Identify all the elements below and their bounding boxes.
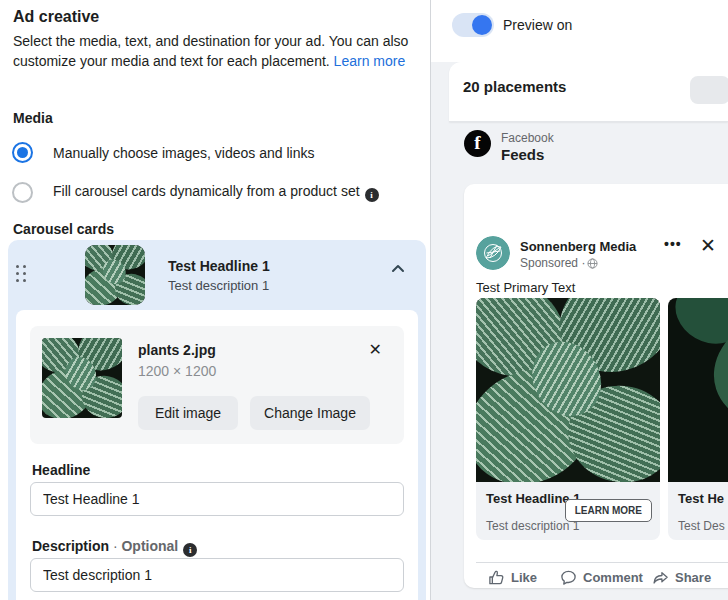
- info-icon[interactable]: i: [183, 543, 197, 557]
- sponsored-label: Sponsored ·: [520, 256, 598, 270]
- description-label: Description · Optionali: [32, 538, 197, 557]
- globe-icon: [587, 258, 598, 269]
- preview-card2-image[interactable]: [668, 298, 728, 482]
- card-subtitle: Test description 1: [168, 278, 269, 293]
- placements-nav-button[interactable]: [690, 76, 728, 104]
- share-icon: [652, 569, 669, 586]
- change-image-button[interactable]: Change Image: [250, 396, 370, 430]
- radio-label: Fill carousel cards dynamically from a p…: [53, 183, 379, 202]
- carousel-card: Test Headline 1 Test description 1 plant…: [8, 240, 426, 600]
- media-option-manual[interactable]: Manually choose images, videos and links: [12, 142, 314, 163]
- preview-card1-description: Test description 1: [486, 519, 579, 533]
- media-dimensions: 1200 × 1200: [138, 363, 216, 379]
- facebook-logo-icon: f: [464, 130, 491, 157]
- share-button[interactable]: Share: [652, 569, 711, 586]
- preview-toggle[interactable]: [452, 13, 494, 37]
- chevron-up-icon[interactable]: [386, 258, 410, 282]
- page-name: Sonnenberg Media: [520, 239, 636, 254]
- share-label: Share: [675, 570, 711, 585]
- card-thumbnail-image: [85, 245, 145, 305]
- card-title: Test Headline 1: [168, 258, 270, 274]
- actions-divider: [476, 562, 728, 563]
- preview-card2-footer: Test He Test Des: [668, 482, 728, 540]
- placements-header-card: 20 placements: [449, 62, 728, 122]
- headline-label: Headline: [32, 462, 90, 478]
- optional-text: Optional: [121, 538, 178, 554]
- card-detail-form: plants 2.jpg 1200 × 1200 ✕ Edit image Ch…: [16, 310, 418, 600]
- placements-count: 20 placements: [463, 78, 566, 95]
- label-separator: ·: [109, 538, 121, 554]
- description-label-text: Description: [32, 538, 109, 554]
- description-input[interactable]: [30, 558, 404, 592]
- media-filename: plants 2.jpg: [138, 342, 216, 358]
- sponsored-text: Sponsored ·: [520, 256, 585, 270]
- preview-toggle-label: Preview on: [503, 17, 572, 33]
- comment-icon: [560, 569, 577, 586]
- ad-preview-card: Sonnenberg Media Sponsored · ••• ✕ Test …: [464, 184, 728, 588]
- radio-selected-icon[interactable]: [12, 142, 33, 163]
- remove-media-icon[interactable]: ✕: [369, 342, 382, 358]
- platform-name: Facebook: [501, 131, 554, 145]
- radio-label-text: Fill carousel cards dynamically from a p…: [53, 183, 360, 199]
- drag-handle-icon[interactable]: [16, 265, 27, 286]
- ads-manager-screen: Ad creative Select the media, text, and …: [0, 0, 728, 600]
- edit-image-button[interactable]: Edit image: [138, 396, 238, 430]
- carousel-cards-heading: Carousel cards: [13, 221, 114, 237]
- media-thumbnail-image: [42, 338, 122, 418]
- radio-unselected-icon[interactable]: [12, 182, 33, 203]
- more-options-icon[interactable]: •••: [664, 236, 682, 252]
- section-description: Select the media, text, and destination …: [13, 31, 417, 71]
- radio-label: Manually choose images, videos and links: [53, 145, 314, 161]
- media-option-dynamic[interactable]: Fill carousel cards dynamically from a p…: [12, 182, 379, 203]
- panel-divider: [430, 0, 431, 600]
- placement-name: Feeds: [501, 146, 544, 163]
- page-title: Ad creative: [13, 8, 99, 26]
- primary-text: Test Primary Text: [476, 280, 575, 295]
- media-attachment-panel: plants 2.jpg 1200 × 1200 ✕ Edit image Ch…: [30, 326, 404, 444]
- info-icon[interactable]: i: [365, 188, 379, 202]
- headline-input[interactable]: [30, 482, 404, 516]
- page-avatar: [476, 236, 510, 270]
- like-icon: [488, 569, 505, 586]
- preview-card2-description: Test Des: [678, 519, 725, 533]
- learn-more-link[interactable]: Learn more: [334, 53, 406, 69]
- like-label: Like: [511, 570, 537, 585]
- comment-button[interactable]: Comment: [560, 569, 643, 586]
- preview-card2-headline: Test He: [678, 491, 724, 506]
- comment-label: Comment: [583, 570, 643, 585]
- toggle-knob[interactable]: [472, 15, 492, 35]
- preview-card1-image[interactable]: [476, 298, 660, 482]
- media-heading: Media: [13, 110, 53, 126]
- like-button[interactable]: Like: [488, 569, 537, 586]
- preview-card1-footer: Test Headline 1 LEARN MORE Test descript…: [476, 482, 660, 540]
- close-preview-icon[interactable]: ✕: [700, 234, 716, 257]
